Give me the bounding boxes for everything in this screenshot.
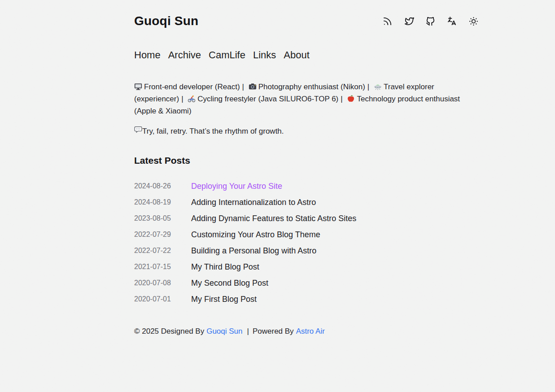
post-title-link[interactable]: Customizing Your Astro Blog Theme bbox=[191, 230, 320, 240]
page-container: Guoqi Sun Home Archive CamLife Links Abo… bbox=[134, 0, 479, 336]
nav-item-archive[interactable]: Archive bbox=[168, 49, 201, 61]
post-title-link[interactable]: Building a Personal Blog with Astro bbox=[191, 246, 316, 256]
nav-item-about[interactable]: About bbox=[284, 49, 310, 61]
post-row: 2020-07-01 My First Blog Post bbox=[134, 291, 479, 307]
bio-separator: | bbox=[242, 83, 244, 91]
translate-icon[interactable] bbox=[447, 16, 457, 26]
site-header: Guoqi Sun bbox=[134, 13, 479, 30]
post-date: 2022-07-22 bbox=[134, 247, 191, 255]
computer-emoji-icon bbox=[134, 83, 142, 94]
footer-author-link[interactable]: Guoqi Sun bbox=[206, 327, 242, 336]
bio-separator: | bbox=[341, 95, 342, 103]
ufo-emoji-icon bbox=[374, 83, 382, 94]
page-footer: © 2025 Designed By Guoqi Sun | Powered B… bbox=[134, 327, 479, 336]
post-date: 2024-08-19 bbox=[134, 198, 191, 206]
post-date: 2020-07-01 bbox=[134, 295, 191, 303]
apple-emoji-icon bbox=[347, 95, 355, 106]
bio-separator: | bbox=[181, 95, 183, 103]
twitter-icon[interactable] bbox=[404, 16, 414, 26]
post-date: 2024-08-26 bbox=[134, 182, 191, 190]
cyclist-emoji-icon bbox=[188, 95, 196, 106]
motto-text: Try, fail, retry. That’s the rhythm of g… bbox=[142, 127, 284, 135]
bio-segment: Photography enthusiast (Nikon) bbox=[258, 83, 365, 91]
site-title[interactable]: Guoqi Sun bbox=[134, 14, 198, 28]
bio-segment: Cycling freestyler (Java SILURO6-TOP 6) bbox=[197, 95, 338, 103]
footer-copyright: © 2025 Designed By bbox=[134, 327, 204, 336]
speech-balloon-emoji-icon bbox=[134, 127, 142, 135]
theme-sun-icon[interactable] bbox=[468, 16, 479, 26]
post-date: 2023-08-05 bbox=[134, 214, 191, 222]
latest-posts-heading: Latest Posts bbox=[134, 155, 479, 166]
footer-powered-by: Powered By bbox=[253, 327, 294, 336]
post-title-link[interactable]: Adding Internationalization to Astro bbox=[191, 198, 316, 207]
post-row: 2024-08-26 Deploying Your Astro Site bbox=[134, 178, 479, 194]
post-date: 2022-07-29 bbox=[134, 231, 191, 239]
footer-platform-link[interactable]: Astro Air bbox=[296, 327, 325, 336]
post-title-link[interactable]: My Second Blog Post bbox=[191, 279, 268, 288]
post-row: 2022-07-22 Building a Personal Blog with… bbox=[134, 243, 479, 259]
bio-segment: Front-end developer (React) bbox=[144, 83, 240, 91]
post-row: 2021-07-15 My Third Blog Post bbox=[134, 259, 479, 275]
nav-item-home[interactable]: Home bbox=[134, 49, 161, 61]
post-title-link[interactable]: My First Blog Post bbox=[191, 295, 257, 304]
post-row: 2024-08-19 Adding Internationalization t… bbox=[134, 194, 479, 210]
nav-item-links[interactable]: Links bbox=[253, 49, 276, 61]
header-icon-row bbox=[382, 16, 479, 26]
bio-text: Front-end developer (React)| Photography… bbox=[134, 82, 479, 117]
post-date: 2020-07-08 bbox=[134, 279, 191, 287]
post-row: 2022-07-29 Customizing Your Astro Blog T… bbox=[134, 226, 479, 243]
bio-motto: Try, fail, retry. That’s the rhythm of g… bbox=[134, 126, 479, 137]
post-list: 2024-08-26 Deploying Your Astro Site 202… bbox=[134, 178, 479, 307]
main-nav: Home Archive CamLife Links About bbox=[134, 49, 479, 61]
bio-separator: | bbox=[367, 83, 369, 91]
camera-emoji-icon bbox=[249, 83, 257, 94]
rss-icon[interactable] bbox=[382, 16, 393, 26]
nav-item-camlife[interactable]: CamLife bbox=[209, 49, 245, 61]
post-row: 2023-08-05 Adding Dynamic Features to St… bbox=[134, 210, 479, 226]
post-date: 2021-07-15 bbox=[134, 263, 191, 271]
post-title-link[interactable]: Adding Dynamic Features to Static Astro … bbox=[191, 214, 356, 223]
footer-divider: | bbox=[247, 327, 249, 336]
post-title-link[interactable]: Deploying Your Astro Site bbox=[191, 182, 282, 191]
post-title-link[interactable]: My Third Blog Post bbox=[191, 262, 259, 272]
post-row: 2020-07-08 My Second Blog Post bbox=[134, 275, 479, 291]
github-icon[interactable] bbox=[425, 16, 436, 26]
